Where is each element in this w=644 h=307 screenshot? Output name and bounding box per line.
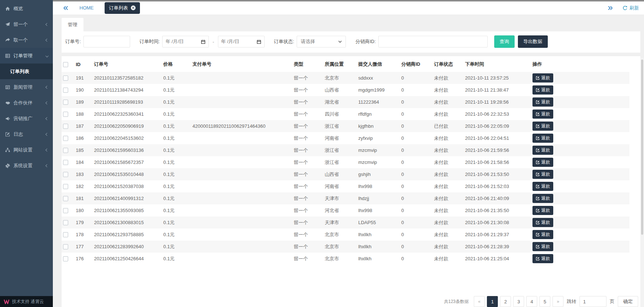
pagination-jump-input[interactable] [579,296,606,307]
row-checkbox[interactable] [63,136,68,141]
order-no-input[interactable] [83,36,130,47]
row-checkbox[interactable] [63,88,68,93]
cell-status: 未付款 [433,156,464,168]
tab-home[interactable]: HOME [79,5,94,11]
table-row: 189 2021101119285698193 0.1元 留一个 湖北省 112… [62,96,629,108]
sidebar-item-liu-yi-ge[interactable]: 留一个 [0,16,53,32]
refund-button[interactable]: 退款 [532,194,553,203]
row-checkbox[interactable] [63,244,68,249]
pagination-page-2[interactable]: 2 [500,296,511,307]
edit-icon [536,257,540,261]
cell-id: 183 [74,168,93,180]
cell-price: 0.1元 [162,168,191,180]
refund-button[interactable]: 退款 [532,122,553,131]
sidebar-item-qu-yi-ge[interactable]: 取一个 [0,32,53,48]
row-checkbox[interactable] [63,76,68,81]
row-checkbox[interactable] [63,220,68,225]
refund-button[interactable]: 退款 [532,85,553,95]
cell-distributor-id: 0 [400,144,433,156]
refund-button[interactable]: 退款 [532,254,553,263]
row-checkbox[interactable] [63,124,68,129]
sidebar-item-system-settings[interactable]: 系统设置 [0,158,53,173]
cell-price: 0.1元 [162,180,191,192]
tab-order-list[interactable]: 订单列表 ✕ [105,2,140,14]
sidebar-item-partners[interactable]: 合作伙伴 [0,95,53,111]
refund-button[interactable]: 退款 [532,218,553,227]
tab-close-icon[interactable]: ✕ [131,5,136,10]
cell-type: 留一个 [292,204,323,216]
refund-button[interactable]: 退款 [532,134,553,143]
cell-status: 未付款 [433,204,464,216]
table-row: 177 2021100621283992640 0.1元 留一个 北京市 lhx… [62,241,629,253]
refund-button[interactable]: 退款 [532,110,553,119]
cell-distributor-id: 0 [400,72,433,84]
cell-status: 未付款 [433,192,464,204]
cell-pay-no [191,72,292,84]
cell-distributor-id: 0 [400,241,433,253]
content-area: 管理 订单号: 订单时间: 年 /月/日 - 年 /月/日 [53,15,644,307]
refund-button[interactable]: 退款 [532,230,553,239]
refresh-label: 刷新 [629,5,639,11]
row-checkbox[interactable] [63,160,68,165]
pagination-page-4[interactable]: 4 [526,296,537,307]
cell-id: 177 [74,241,93,253]
column-header: 分销商ID [400,56,433,72]
pagination-page-5[interactable]: 5 [539,296,550,307]
refund-label: 退款 [541,87,550,93]
order-status-select[interactable]: 请选择 [297,36,346,47]
sidebar-item-overview[interactable]: 概览 [0,1,53,16]
refund-button[interactable]: 退款 [532,242,553,251]
row-checkbox[interactable] [63,232,68,237]
pagination-confirm-button[interactable]: 确定 [618,296,638,307]
tab-manage[interactable]: 管理 [62,18,83,31]
vertical-scrollbar[interactable] [640,58,644,307]
row-checkbox[interactable] [63,100,68,105]
order-time-end-input[interactable]: 年 /月/日 [218,36,265,47]
sidebar-item-order-manage[interactable]: 订单管理 [0,48,53,64]
table-body: 191 2021101123572585182 0.1元 留一个 北京市 sdd… [62,72,629,265]
distributor-id-input[interactable] [378,36,488,47]
refund-button[interactable]: 退款 [532,170,553,179]
cell-actions: 退款 [531,120,629,132]
sidebar-item-logs[interactable]: 日志 [0,126,53,142]
export-button[interactable]: 导出数据 [518,35,548,48]
row-checkbox[interactable] [63,196,68,201]
tabs-scroll-right-icon[interactable] [608,5,613,11]
pagination-page-1[interactable]: 1 [487,296,498,307]
search-button[interactable]: 查询 [494,35,515,48]
tabs-scroll-left-icon[interactable] [63,5,69,11]
cell-time: 2021-10-06 21:28:39 [464,241,531,253]
sidebar-item-site-settings[interactable]: 网站设置 [0,142,53,158]
pagination-page-3[interactable]: 3 [513,296,524,307]
order-time-start-input[interactable]: 年 /月/日 [162,36,209,47]
pagination-prev-button[interactable]: « [474,296,485,307]
refresh-button[interactable]: 刷新 [622,5,639,11]
row-checkbox[interactable] [63,184,68,189]
pagination-page-label: 页 [610,298,614,305]
cell-wechat: gshjih [357,168,400,180]
sidebar-item-marketing[interactable]: 营销推广 [0,111,53,126]
select-all-checkbox[interactable] [63,62,68,67]
row-checkbox[interactable] [63,208,68,213]
cell-actions: 退款 [531,229,629,241]
edit-icon [536,76,540,80]
refund-button[interactable]: 退款 [532,158,553,167]
refund-label: 退款 [541,147,550,153]
cell-actions: 退款 [531,180,629,192]
scrollbar-thumb[interactable] [641,60,643,235]
row-checkbox[interactable] [63,112,68,117]
refund-button[interactable]: 退款 [532,206,553,215]
row-checkbox[interactable] [63,172,68,177]
row-checkbox[interactable] [63,256,68,261]
pagination-next-button[interactable]: » [553,296,563,307]
refund-button[interactable]: 退款 [532,73,553,82]
refund-button[interactable]: 退款 [532,146,553,155]
sidebar-item-news-manage[interactable]: 新闻管理 [0,79,53,95]
refund-button[interactable]: 退款 [532,182,553,191]
sidebar-item-order-list[interactable]: 订单列表 [0,64,53,79]
cell-time: 2021-10-06 21:35:50 [464,204,531,216]
sitemap-icon [5,147,11,153]
row-checkbox[interactable] [63,148,68,153]
refund-button[interactable]: 退款 [532,97,553,107]
row-checkbox-cell [62,229,74,241]
